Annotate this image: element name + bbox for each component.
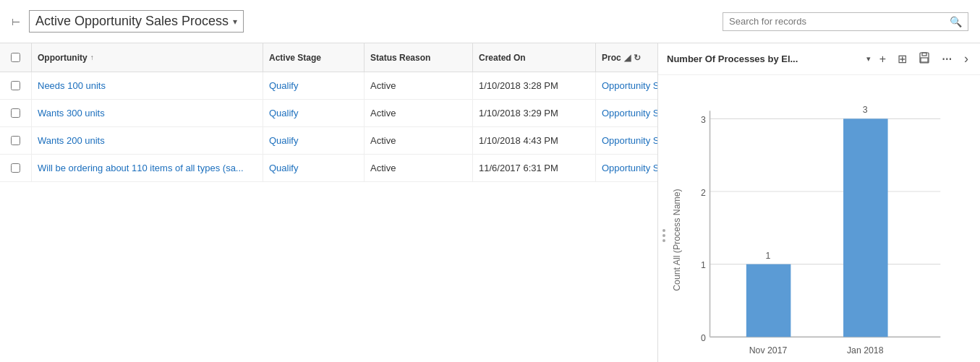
th-stage[interactable]: Active Stage xyxy=(263,43,365,72)
cell-created: 1/10/2018 3:28 PM xyxy=(473,72,596,99)
cell-process: Opportunity Sa xyxy=(596,100,657,126)
stage-link[interactable]: Qualify xyxy=(269,80,298,91)
cell-status: Active xyxy=(365,155,473,181)
chart-dropdown-icon[interactable]: ▾ xyxy=(866,54,871,64)
th-process: Proc ◢ ↻ xyxy=(596,43,658,72)
row-checkbox-cell xyxy=(0,72,32,99)
search-input[interactable] xyxy=(729,16,950,27)
stage-link[interactable]: Qualify xyxy=(269,135,298,146)
th-status[interactable]: Status Reason xyxy=(365,43,473,72)
expand-chart-button[interactable]: ⊞ xyxy=(895,51,910,67)
bar-label-2: 3 xyxy=(863,105,868,115)
row-checkbox[interactable] xyxy=(11,136,20,145)
table-row: Wants 200 units Qualify Active 1/10/2018… xyxy=(0,127,657,155)
cell-stage: Qualify xyxy=(263,127,365,154)
pin-icon: ⊢ xyxy=(12,16,20,27)
y-tick: 3 xyxy=(701,115,706,125)
cell-opportunity: Wants 200 units xyxy=(32,127,263,154)
process-link[interactable]: Opportunity Sa xyxy=(602,135,657,146)
nav-right-button[interactable]: › xyxy=(961,50,971,68)
bar-jan2018 xyxy=(843,118,888,337)
th-opportunity[interactable]: Opportunity ↑ xyxy=(32,43,263,72)
cell-created: 1/10/2018 3:29 PM xyxy=(473,100,596,126)
y-tick: 1 xyxy=(701,260,706,270)
search-icon[interactable]: 🔍 xyxy=(950,16,962,27)
cell-stage: Qualify xyxy=(263,155,365,181)
sort-icon[interactable]: ↑ xyxy=(90,53,94,61)
save-chart-button[interactable] xyxy=(916,51,933,68)
process-link[interactable]: Opportunity Sa xyxy=(602,80,657,91)
title-wrapper[interactable]: Active Opportunity Sales Process ▾ xyxy=(29,10,244,33)
main-content: Opportunity ↑ Active Stage Status Reason… xyxy=(0,43,980,362)
refresh-icon[interactable]: ↻ xyxy=(634,53,641,63)
table-row: Needs 100 units Qualify Active 1/10/2018… xyxy=(0,72,657,100)
row-checkbox[interactable] xyxy=(11,108,20,118)
chart-title: Number Of Processes by El... xyxy=(667,53,861,64)
row-checkbox[interactable] xyxy=(11,163,20,173)
chart-area: Count All (Process Name) 0 1 2 3 xyxy=(658,75,980,362)
cell-stage: Qualify xyxy=(263,100,365,126)
table-body: Needs 100 units Qualify Active 1/10/2018… xyxy=(0,72,657,362)
chart-header: Number Of Processes by El... ▾ + ⊞ ⋯ › xyxy=(658,43,980,75)
opportunity-link[interactable]: Wants 300 units xyxy=(38,108,105,118)
search-bar: 🔍 xyxy=(723,12,968,31)
opportunity-link[interactable]: Needs 100 units xyxy=(38,80,106,91)
chart-svg: Count All (Process Name) 0 1 2 3 xyxy=(665,82,973,362)
th-created[interactable]: Created On xyxy=(473,43,596,72)
cell-created: 1/10/2018 4:43 PM xyxy=(473,127,596,154)
table-row: Wants 300 units Qualify Active 1/10/2018… xyxy=(0,100,657,127)
stage-link[interactable]: Qualify xyxy=(269,108,298,118)
title-dropdown-icon[interactable]: ▾ xyxy=(233,17,237,27)
y-axis-label: Count All (Process Name) xyxy=(672,189,682,290)
save-icon xyxy=(919,52,930,64)
cell-opportunity: Wants 300 units xyxy=(32,100,263,126)
row-checkbox[interactable] xyxy=(11,81,20,90)
chart-panel: Number Of Processes by El... ▾ + ⊞ ⋯ › xyxy=(658,43,980,362)
y-tick: 2 xyxy=(701,188,706,198)
opportunity-link[interactable]: Wants 200 units xyxy=(38,135,105,146)
cell-process: Opportunity Sa xyxy=(596,127,657,154)
table-panel: Opportunity ↑ Active Stage Status Reason… xyxy=(0,43,658,362)
svg-rect-1 xyxy=(922,53,926,56)
select-all-checkbox[interactable] xyxy=(11,53,20,62)
bar-label-1: 1 xyxy=(766,251,771,261)
cell-process: Opportunity Sa xyxy=(596,155,657,181)
app-header: ⊢ Active Opportunity Sales Process ▾ 🔍 xyxy=(0,0,980,43)
page-title: Active Opportunity Sales Process xyxy=(35,14,229,29)
cell-status: Active xyxy=(365,72,473,99)
bar-nov2017 xyxy=(746,264,791,337)
cell-status: Active xyxy=(365,100,473,126)
svg-rect-2 xyxy=(921,58,928,62)
cell-process: Opportunity Sa xyxy=(596,72,657,99)
cell-status: Active xyxy=(365,127,473,154)
row-checkbox-cell xyxy=(0,127,32,154)
cell-opportunity: Needs 100 units xyxy=(32,72,263,99)
scroll-dots xyxy=(662,229,665,242)
add-chart-button[interactable]: + xyxy=(877,51,889,67)
row-checkbox-cell xyxy=(0,100,32,126)
select-all-cell xyxy=(0,43,32,72)
more-options-button[interactable]: ⋯ xyxy=(939,52,955,66)
process-link[interactable]: Opportunity Sa xyxy=(602,163,657,173)
table-row: Will be ordering about 110 items of all … xyxy=(0,155,657,182)
filter-icon[interactable]: ◢ xyxy=(624,53,631,63)
cell-created: 11/6/2017 6:31 PM xyxy=(473,155,596,181)
x-label-jan2018: Jan 2018 xyxy=(847,345,884,355)
y-tick: 0 xyxy=(701,333,706,343)
row-checkbox-cell xyxy=(0,155,32,181)
process-link[interactable]: Opportunity Sa xyxy=(602,108,657,118)
opportunity-link[interactable]: Will be ordering about 110 items of all … xyxy=(38,163,244,173)
table-header: Opportunity ↑ Active Stage Status Reason… xyxy=(0,43,657,72)
cell-opportunity: Will be ordering about 110 items of all … xyxy=(32,155,263,181)
x-label-nov2017: Nov 2017 xyxy=(749,345,788,355)
cell-stage: Qualify xyxy=(263,72,365,99)
stage-link[interactable]: Qualify xyxy=(269,163,298,173)
